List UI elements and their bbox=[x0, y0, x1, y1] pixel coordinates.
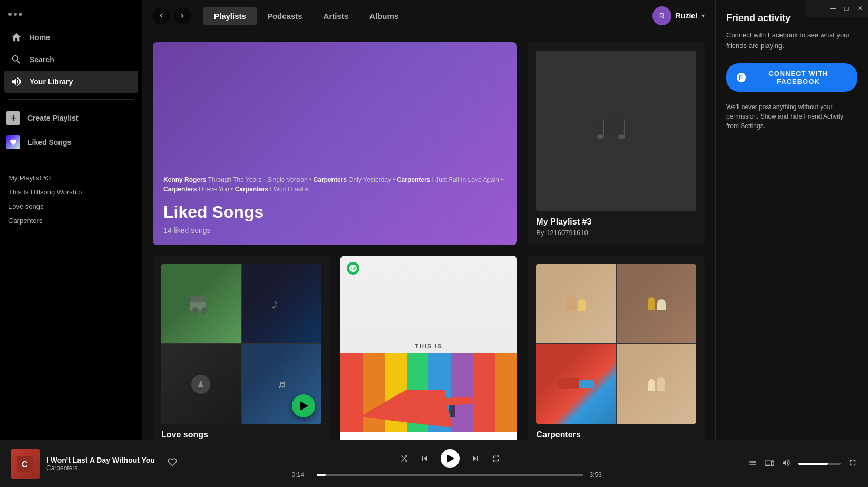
svg-text:C: C bbox=[22, 460, 28, 469]
liked-songs-count: 14 liked songs bbox=[163, 226, 506, 235]
bottom-player: C I Won't Last A Day Without You Carpent… bbox=[0, 440, 868, 487]
total-time: 3:53 bbox=[590, 471, 608, 479]
fullscreen-icon[interactable] bbox=[848, 458, 857, 470]
hillsong-this-is: THIS IS bbox=[381, 343, 476, 349]
carp-quad-bl bbox=[536, 344, 616, 424]
volume-bar[interactable] bbox=[798, 463, 841, 465]
back-button[interactable] bbox=[153, 7, 170, 24]
tab-playlists[interactable]: Playlists bbox=[203, 7, 257, 25]
sidebar-dots bbox=[0, 8, 142, 26]
maximize-button[interactable]: □ bbox=[843, 5, 850, 12]
player-album-art: C bbox=[11, 449, 40, 479]
liked-songs-tracks-text: Kenny Rogers Through The Years - Single … bbox=[163, 175, 506, 194]
svg-point-3 bbox=[192, 307, 199, 314]
main-content: Playlists Podcasts Artists Albums R Ruzi… bbox=[142, 0, 715, 440]
play-triangle-icon bbox=[300, 401, 308, 411]
love-quad-tl bbox=[161, 264, 241, 344]
queue-icon[interactable] bbox=[748, 458, 757, 470]
chevron-down-icon: ▾ bbox=[701, 12, 705, 20]
player-heart-button[interactable] bbox=[168, 457, 177, 470]
sidebar: Home Search Your Library bbox=[0, 0, 142, 440]
sidebar-playlist-list: My Playlist #3 This Is Hillsong Worship … bbox=[0, 168, 142, 231]
play-pause-button[interactable] bbox=[441, 449, 460, 468]
love-songs-play-button[interactable] bbox=[292, 394, 315, 417]
love-songs-img: ♪ ♟ ♬ bbox=[161, 264, 321, 424]
love-quad-tr: ♪ bbox=[242, 264, 321, 344]
dot-1 bbox=[8, 13, 12, 16]
carpenters-img bbox=[536, 264, 696, 424]
dot-3 bbox=[19, 13, 22, 16]
sidebar-playlist-carpenters[interactable]: Carpenters bbox=[8, 215, 134, 227]
cards-grid: Kenny Rogers Through The Years - Single … bbox=[153, 42, 705, 440]
carp-quad-tr bbox=[617, 264, 696, 344]
svg-text:♩: ♩ bbox=[595, 115, 608, 144]
tab-albums[interactable]: Albums bbox=[359, 7, 409, 25]
hillsong-stripes bbox=[340, 353, 518, 432]
nav-arrows bbox=[153, 7, 191, 24]
sidebar-item-home[interactable]: Home bbox=[4, 26, 138, 48]
hillsong-card[interactable]: THIS IS Hillsong Worship bbox=[340, 256, 518, 440]
user-name: Ruziel bbox=[676, 12, 697, 20]
facebook-connect-button[interactable]: f CONNECT WITH FACEBOOK bbox=[726, 63, 857, 92]
sidebar-playlist-hillsong[interactable]: This Is Hillsong Worship bbox=[8, 186, 134, 198]
progress-fill bbox=[317, 474, 326, 476]
sidebar-create-playlist-label: Create Playlist bbox=[27, 114, 79, 122]
player-text-info: I Won't Last A Day Without You Carpenter… bbox=[46, 456, 155, 472]
volume-fill bbox=[798, 463, 828, 465]
player-right-controls bbox=[710, 458, 857, 470]
tab-podcasts[interactable]: Podcasts bbox=[257, 7, 313, 25]
carp-quad-tl bbox=[536, 264, 616, 344]
love-songs-title: Love songs bbox=[161, 430, 321, 440]
volume-icon[interactable] bbox=[782, 458, 791, 470]
devices-icon[interactable] bbox=[765, 458, 774, 470]
library-icon bbox=[11, 76, 22, 87]
sidebar-item-library-label: Your Library bbox=[30, 77, 73, 86]
forward-button[interactable] bbox=[174, 7, 191, 24]
sidebar-nav: Home Search Your Library bbox=[0, 26, 142, 93]
minimize-button[interactable]: — bbox=[829, 5, 836, 12]
my-playlist-3-card[interactable]: ♩ ♩ My Playlist #3 By 12160791610 bbox=[528, 42, 705, 245]
dot-2 bbox=[14, 13, 17, 16]
previous-button[interactable] bbox=[420, 453, 430, 464]
sidebar-item-search[interactable]: Search bbox=[4, 48, 138, 71]
player-buttons bbox=[399, 449, 501, 468]
content-grid-wrapper: Kenny Rogers Through The Years - Single … bbox=[142, 32, 715, 440]
sidebar-playlist-my-playlist-3[interactable]: My Playlist #3 bbox=[8, 172, 134, 184]
liked-songs-title: Liked Songs bbox=[163, 202, 506, 222]
close-button[interactable]: ✕ bbox=[856, 5, 864, 12]
top-bar: Playlists Podcasts Artists Albums R Ruzi… bbox=[142, 0, 715, 32]
my-playlist-3-img: ♩ ♩ bbox=[536, 51, 696, 211]
fb-connect-label: CONNECT WITH FACEBOOK bbox=[750, 70, 847, 85]
carpenters-quad-grid bbox=[536, 264, 696, 424]
current-time: 0:14 bbox=[292, 471, 310, 479]
next-button[interactable] bbox=[470, 453, 481, 464]
player-track-name: I Won't Last A Day Without You bbox=[46, 456, 155, 464]
svg-point-4 bbox=[201, 307, 208, 314]
svg-rect-5 bbox=[190, 296, 206, 302]
search-icon bbox=[11, 54, 22, 65]
sidebar-item-search-label: Search bbox=[30, 55, 54, 64]
nav-tabs: Playlists Podcasts Artists Albums bbox=[203, 7, 409, 25]
shuffle-button[interactable] bbox=[399, 454, 409, 463]
sidebar-liked-songs[interactable]: Liked Songs bbox=[0, 130, 142, 154]
friend-activity-panel: Friend activity Connect with Facebook to… bbox=[715, 0, 868, 440]
svg-text:♪: ♪ bbox=[271, 295, 279, 312]
love-songs-card[interactable]: ♪ ♟ ♬ bbox=[153, 256, 330, 440]
repeat-button[interactable] bbox=[491, 454, 501, 463]
sidebar-liked-songs-label: Liked Songs bbox=[27, 138, 71, 147]
title-bar: — □ ✕ bbox=[805, 0, 868, 17]
hillsong-desc: The essential tracks, featuring exclusiv… bbox=[348, 439, 510, 440]
sidebar-playlist-love-songs[interactable]: Love songs bbox=[8, 200, 134, 212]
tab-artists[interactable]: Artists bbox=[313, 7, 359, 25]
carpenters-card[interactable]: Carpenters By Ruziel bbox=[528, 256, 705, 440]
user-area[interactable]: R Ruziel ▾ bbox=[652, 6, 705, 25]
album-art-inner: C bbox=[11, 449, 40, 479]
liked-songs-card[interactable]: Kenny Rogers Through The Years - Single … bbox=[153, 42, 517, 245]
friend-activity-note: We'll never post anything without your p… bbox=[726, 102, 857, 131]
player-track-info: C I Won't Last A Day Without You Carpent… bbox=[11, 449, 190, 479]
sidebar-item-library[interactable]: Your Library bbox=[4, 71, 138, 93]
sidebar-create-playlist[interactable]: + Create Playlist bbox=[0, 106, 142, 130]
friend-activity-desc: Connect with Facebook to see what your f… bbox=[726, 30, 857, 51]
player-controls: 0:14 3:53 bbox=[190, 449, 710, 479]
progress-track[interactable] bbox=[317, 474, 583, 476]
